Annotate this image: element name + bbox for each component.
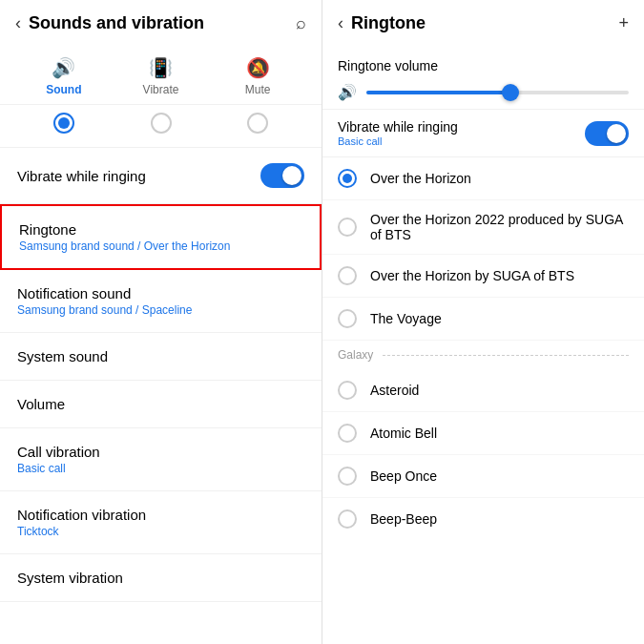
ringtone-radio-2[interactable]: [338, 266, 357, 285]
volume-speaker-icon: 🔊: [338, 83, 357, 101]
system-sound-label: System sound: [17, 348, 304, 364]
call-vibration-subtitle: Basic call: [17, 462, 304, 475]
ringtone-name-2: Over the Horizon by SUGA of BTS: [370, 268, 574, 283]
ringtone-radio-3[interactable]: [338, 309, 357, 328]
right-back-button[interactable]: ‹: [338, 13, 343, 33]
ringtone-radio-atomic-bell[interactable]: [338, 424, 357, 443]
ringtone-name-beep-once: Beep Once: [370, 468, 437, 484]
right-panel: ‹ Ringtone + Ringtone volume 🔊 Vibrate w…: [322, 0, 644, 644]
ringtone-item-3[interactable]: The Voyage: [322, 298, 644, 341]
notification-vibration-subtitle: Ticktock: [17, 525, 304, 538]
volume-section: Ringtone volume 🔊: [322, 47, 644, 110]
ringtone-label: Ringtone: [19, 221, 302, 238]
right-vibrate-label: Vibrate while ringing: [338, 119, 458, 135]
left-back-button[interactable]: ‹: [15, 13, 21, 33]
volume-label: Volume: [17, 396, 304, 412]
notification-sound-row[interactable]: Notification sound Samsung brand sound /…: [0, 270, 322, 333]
sound-mode-tabs: 🔊 Sound 📳 Vibrate 🔕 Mute: [0, 47, 322, 105]
galaxy-divider: Galaxy: [322, 341, 644, 369]
ringtone-item-1[interactable]: Over the Horizon 2022 produced by SUGA o…: [322, 200, 644, 255]
vibrate-while-ringing-toggle[interactable]: [260, 163, 304, 188]
ringtone-name-atomic-bell: Atomic Bell: [370, 426, 437, 441]
ringtone-item-asteroid[interactable]: Asteroid: [322, 369, 644, 412]
tab-vibrate[interactable]: 📳 Vibrate: [113, 56, 210, 96]
ringtone-subtitle: Samsung brand sound / Over the Horizon: [19, 239, 302, 253]
notification-sound-subtitle: Samsung brand sound / Spaceline: [17, 303, 304, 317]
ringtone-name-1: Over the Horizon 2022 produced by SUGA o…: [370, 212, 629, 242]
sound-mode-radio-row: [0, 105, 322, 148]
volume-slider-thumb[interactable]: [502, 84, 519, 101]
call-vibration-label: Call vibration: [17, 444, 304, 460]
right-vibrate-toggle[interactable]: [585, 121, 629, 146]
mute-tab-icon: 🔕: [246, 56, 270, 79]
right-vibrate-sub: Basic call: [338, 135, 458, 147]
ringtone-row[interactable]: Ringtone Samsung brand sound / Over the …: [0, 204, 322, 270]
system-sound-row[interactable]: System sound: [0, 333, 322, 381]
ringtone-item-beep-beep[interactable]: Beep-Beep: [322, 498, 644, 540]
sound-tab-icon: 🔊: [52, 56, 75, 79]
radio-vibrate-circle[interactable]: [151, 113, 172, 134]
system-vibration-label: System vibration: [17, 570, 304, 586]
tab-sound[interactable]: 🔊 Sound: [15, 56, 113, 96]
left-title: Sounds and vibration: [29, 13, 204, 33]
tab-mute[interactable]: 🔕 Mute: [209, 56, 306, 96]
system-vibration-row[interactable]: System vibration: [0, 554, 322, 602]
mute-tab-label: Mute: [245, 83, 271, 96]
radio-vibrate[interactable]: [113, 113, 210, 134]
ringtone-radio-asteroid[interactable]: [338, 381, 357, 400]
left-settings-list: Vibrate while ringing Ringtone Samsung b…: [0, 148, 322, 644]
ringtone-radio-1[interactable]: [338, 218, 357, 237]
volume-slider-row: 🔊: [338, 83, 629, 101]
galaxy-label: Galaxy: [338, 348, 373, 362]
volume-slider-fill: [366, 91, 510, 94]
volume-row[interactable]: Volume: [0, 381, 322, 428]
galaxy-line: [383, 355, 629, 356]
ringtone-radio-beep-once[interactable]: [338, 467, 357, 486]
left-panel: ‹ Sounds and vibration ⌕ 🔊 Sound 📳 Vibra…: [0, 0, 322, 644]
left-header: ‹ Sounds and vibration ⌕: [0, 0, 322, 47]
sound-tab-label: Sound: [46, 83, 81, 96]
ringtone-name-0: Over the Horizon: [370, 171, 471, 186]
notification-sound-label: Notification sound: [17, 285, 304, 301]
notification-vibration-row[interactable]: Notification vibration Ticktock: [0, 491, 322, 554]
ringtone-radio-beep-beep[interactable]: [338, 509, 357, 529]
radio-mute[interactable]: [209, 113, 306, 134]
vibrate-tab-icon: 📳: [149, 56, 173, 79]
ringtone-item-beep-once[interactable]: Beep Once: [322, 455, 644, 498]
radio-mute-circle[interactable]: [247, 113, 268, 134]
call-vibration-row[interactable]: Call vibration Basic call: [0, 428, 322, 491]
ringtone-list: Over the Horizon Over the Horizon 2022 p…: [322, 157, 644, 644]
add-icon[interactable]: +: [618, 13, 629, 33]
right-header: ‹ Ringtone +: [322, 0, 644, 47]
radio-sound[interactable]: [15, 113, 113, 134]
right-vibrate-row[interactable]: Vibrate while ringing Basic call: [322, 110, 644, 157]
ringtone-name-asteroid: Asteroid: [370, 383, 419, 398]
radio-sound-circle[interactable]: [53, 113, 74, 134]
volume-section-label: Ringtone volume: [338, 58, 629, 73]
vibrate-while-ringing-label: Vibrate while ringing: [17, 168, 260, 184]
ringtone-item-2[interactable]: Over the Horizon by SUGA of BTS: [322, 255, 644, 298]
volume-slider-track[interactable]: [366, 91, 629, 94]
ringtone-name-beep-beep: Beep-Beep: [370, 511, 437, 527]
ringtone-item-atomic-bell[interactable]: Atomic Bell: [322, 412, 644, 455]
ringtone-item-0[interactable]: Over the Horizon: [322, 157, 644, 200]
vibrate-tab-label: Vibrate: [143, 83, 179, 96]
vibrate-while-ringing-row[interactable]: Vibrate while ringing: [0, 148, 322, 204]
ringtone-radio-0[interactable]: [338, 169, 357, 188]
search-icon[interactable]: ⌕: [296, 13, 306, 33]
ringtone-name-3: The Voyage: [370, 311, 442, 326]
right-title: Ringtone: [351, 13, 426, 33]
notification-vibration-label: Notification vibration: [17, 507, 304, 523]
